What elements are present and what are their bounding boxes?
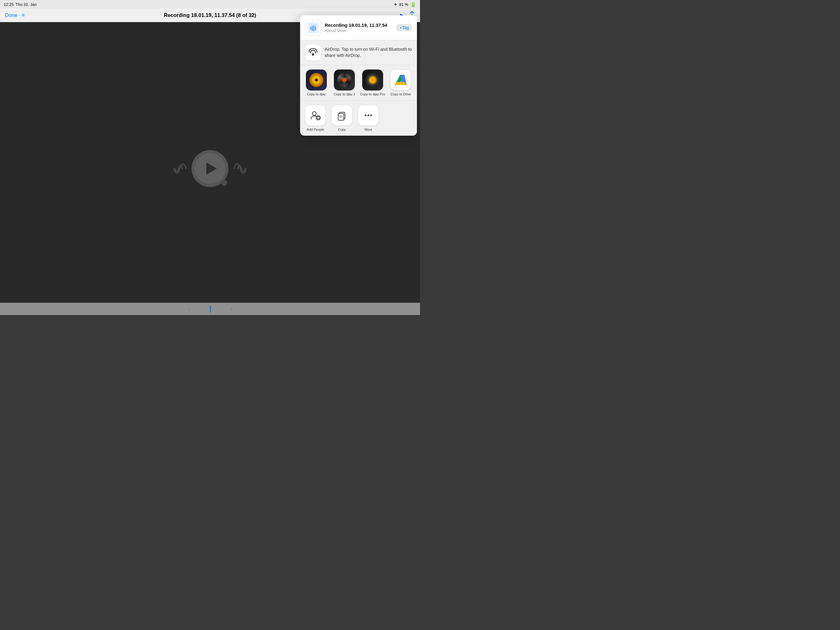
djaypro-record [366,73,380,87]
tag-button[interactable]: +Tag [396,24,412,32]
add-people-svg [310,110,321,121]
svg-point-13 [313,112,316,116]
djaypro-icon [362,70,383,90]
file-info-section: Recording 18.01.19, 11.37.54 iCloud Driv… [300,15,417,40]
more-label: More [364,128,372,131]
battery-icon: 🔋 [410,2,416,7]
add-people-label: Add People [307,128,324,131]
battery-display: 81 % [399,2,408,7]
status-right: ✈ 81 % 🔋 [394,2,416,7]
djaypro-record-center [371,78,374,82]
copy-svg [336,110,347,121]
done-button[interactable]: Done [5,12,17,19]
svg-rect-3 [312,26,313,31]
action-section: Add People Copy [300,101,417,136]
svg-point-23 [370,114,372,116]
svg-rect-4 [313,25,314,32]
svg-marker-12 [395,82,407,85]
more-svg [363,110,374,121]
djaypro-label: Copy to djay Pro [360,92,385,96]
add-people-action[interactable]: Add People [303,105,328,131]
djay-icon [306,70,327,90]
app-grid-section: Copy to djay Copy to djay 2 Copy to djay… [300,65,417,101]
share-sheet: Recording 18.01.19, 11.37.54 iCloud Driv… [300,15,417,136]
copy-icon [332,105,352,126]
nav-title: Recording 18.01.19, 11.37.54 (8 of 32) [164,12,256,19]
djay2-icon [334,70,355,90]
file-icon-inner [308,22,319,33]
list-icon[interactable]: ≡ [22,12,25,19]
airdrop-description-text: AirDrop. Tap to turn on Wi-Fi and Blueto… [325,47,412,58]
app-item-drive[interactable]: Copy to Drive [388,70,414,96]
status-left: 12:25 Thu 31. Jan [4,2,36,7]
status-bar: 12:25 Thu 31. Jan ✈ 81 % 🔋 [0,0,420,9]
airdrop-description: AirDrop. Tap to turn on Wi-Fi and Blueto… [325,46,412,59]
svg-point-22 [368,114,369,116]
more-action[interactable]: More [356,105,381,131]
djay-record-center [315,78,318,82]
file-name: Recording 18.01.19, 11.37.54 [325,22,393,28]
djay-record [309,73,324,87]
app-item-djay2[interactable]: Copy to djay 2 [332,70,358,96]
drive-icon [390,70,411,90]
file-location: iCloud Drive [325,28,393,33]
copy-action[interactable]: Copy [330,105,354,131]
file-icon [305,20,321,36]
airdrop-icon-wrap [305,44,321,60]
svg-rect-5 [315,27,316,30]
more-icon [358,105,379,126]
airplane-icon: ✈ [394,2,397,7]
app-grid: Copy to djay Copy to djay 2 Copy to djay… [303,70,414,96]
add-people-icon [305,105,326,126]
djay2-label: Copy to djay 2 [333,92,355,96]
airdrop-section[interactable]: AirDrop. Tap to turn on Wi-Fi and Blueto… [300,40,417,65]
nav-left: Done ≡ [5,12,25,19]
action-grid: Add People Copy [303,105,414,131]
app-item-djay[interactable]: Copy to djay [303,70,330,96]
file-details: Recording 18.01.19, 11.37.54 iCloud Driv… [325,22,393,33]
svg-point-6 [312,53,314,56]
drive-logo-svg2 [394,74,407,85]
svg-point-21 [365,114,366,116]
copy-label: Copy [338,128,346,131]
app-item-djaypro[interactable]: Copy to djay Pro [359,70,386,96]
djay-label: Copy to djay [307,92,325,96]
svg-rect-2 [310,27,311,30]
date-display: Thu 31. Jan [16,2,37,7]
djay2-record [337,73,351,87]
svg-rect-18 [338,114,344,120]
drive-label: Copy to Drive [390,92,411,96]
time-display: 12:25 [4,2,14,7]
